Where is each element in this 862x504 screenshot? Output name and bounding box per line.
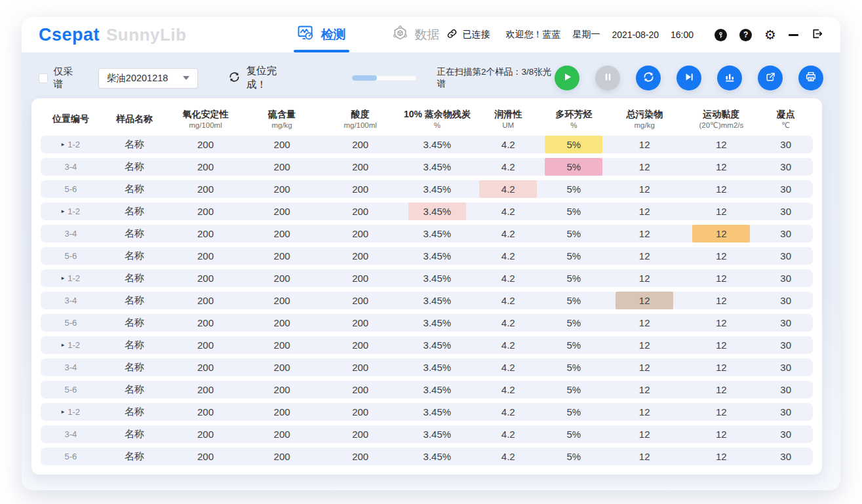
cell-lubricity: 4.2 (475, 359, 541, 376)
cell-viscosity: 12 (683, 359, 760, 376)
tab-detect-label: 检测 (321, 26, 345, 43)
table-row[interactable]: 3-4名称2002002003.45%4.25%121230 (41, 225, 813, 242)
cell-oxidation: 200 (168, 336, 243, 354)
table-row[interactable]: 5-6名称2002002003.45%4.25%121230 (41, 180, 813, 198)
cell-acidity: 200 (321, 269, 400, 287)
export-icon (765, 71, 776, 85)
cell-freezing: 30 (760, 403, 812, 421)
cell-name: 名称 (101, 314, 168, 332)
expand-arrow-icon[interactable]: ▸ (62, 409, 65, 415)
sync-button[interactable] (636, 66, 661, 90)
logout-icon[interactable] (811, 28, 823, 42)
main-nav: 检测 数据 (298, 17, 439, 52)
skip-next-button[interactable] (676, 66, 701, 90)
header-icon-group: ? ⚙ (715, 28, 823, 42)
table-row[interactable]: 5-6名称2002002003.45%4.25%121230 (41, 448, 813, 465)
cell-acidity: 200 (321, 247, 400, 265)
cell-pah: 5% (541, 448, 606, 465)
cell-oxidation: 200 (168, 359, 243, 376)
cell-pah: 5% (541, 247, 606, 265)
table-row[interactable]: 3-4名称2002002003.45%4.25%121230 (41, 158, 813, 176)
play-button[interactable] (555, 66, 579, 90)
expand-arrow-icon[interactable]: ▸ (62, 142, 65, 147)
refresh-icon[interactable] (228, 71, 241, 86)
cell-residue: 3.45% (400, 225, 475, 242)
cell-position: ▸1-2 (41, 269, 101, 287)
tab-data[interactable]: 数据 (393, 17, 439, 52)
gear-icon[interactable]: ⚙ (764, 28, 776, 41)
cell-pah: 5% (541, 403, 606, 421)
table-row[interactable]: ▸1-2名称2002002003.45%4.25%121230 (41, 136, 813, 153)
cell-lubricity: 4.2 (475, 158, 541, 176)
export-button[interactable] (758, 66, 783, 90)
sample-select[interactable]: 柴油20201218 (98, 68, 198, 88)
table-row[interactable]: ▸1-2名称2002002003.45%4.25%121230 (41, 403, 813, 421)
cell-lubricity: 4.2 (475, 225, 541, 242)
column-header-name: 样品名称 (101, 113, 168, 125)
cell-pah: 5% (541, 136, 606, 153)
cell-acidity: 200 (321, 381, 400, 398)
table-row[interactable]: 3-4名称2002002003.45%4.25%121230 (41, 292, 813, 309)
cell-pah: 5% (541, 336, 606, 354)
action-buttons (555, 66, 823, 90)
cell-contaminants: 12 (606, 292, 683, 309)
cell-acidity: 200 (321, 158, 400, 176)
expand-arrow-icon[interactable]: ▸ (62, 208, 65, 214)
results-table-card: 位置编号样品名称氧化安定性mg/100ml硫含量mg/kg酸度mg/100ml1… (31, 98, 822, 475)
cell-lubricity: 4.2 (475, 292, 541, 309)
cell-position: ▸1-2 (41, 336, 101, 354)
cell-residue: 3.45% (400, 425, 475, 443)
key-circle-icon[interactable] (715, 29, 727, 41)
cell-acidity: 200 (321, 403, 400, 421)
cell-acidity: 200 (321, 425, 400, 443)
cell-position: 5-6 (41, 381, 101, 398)
cell-oxidation: 200 (168, 269, 243, 287)
cell-sulfur: 200 (243, 403, 321, 421)
cell-contaminants: 12 (606, 225, 683, 242)
cell-oxidation: 200 (168, 448, 243, 465)
cell-position: ▸1-2 (41, 403, 101, 421)
cell-name: 名称 (101, 381, 168, 398)
chart-button[interactable] (717, 66, 742, 90)
pause-button[interactable] (595, 66, 620, 90)
cell-contaminants: 12 (606, 180, 683, 198)
expand-arrow-icon[interactable]: ▸ (62, 342, 65, 348)
column-header-viscosity: 运动黏度(20℃)mm2/s (683, 109, 760, 130)
column-header-contaminants: 总污染物mg/kg (606, 109, 683, 130)
table-row[interactable]: ▸1-2名称2002002003.45%4.25%121230 (41, 203, 813, 220)
cell-acidity: 200 (321, 336, 400, 354)
only-spectrum-label: 仅采谱 (53, 66, 81, 90)
cell-lubricity: 4.2 (475, 203, 541, 220)
table-row[interactable]: 3-4名称2002002003.45%4.25%121230 (41, 359, 813, 376)
cell-acidity: 200 (321, 225, 400, 242)
cell-oxidation: 200 (168, 314, 243, 332)
table-header: 位置编号样品名称氧化安定性mg/100ml硫含量mg/kg酸度mg/100ml1… (41, 105, 813, 134)
table-row[interactable]: 5-6名称2002002003.45%4.25%121230 (41, 247, 813, 265)
question-circle-icon[interactable]: ? (739, 29, 752, 41)
table-row[interactable]: ▸1-2名称2002002003.45%4.25%121230 (41, 336, 813, 354)
cell-lubricity: 4.2 (475, 425, 541, 443)
cell-pah: 5% (541, 359, 606, 376)
expand-arrow-icon[interactable]: ▸ (62, 275, 65, 281)
cell-sulfur: 200 (243, 247, 321, 265)
table-row[interactable]: 3-4名称2002002003.45%4.25%121230 (41, 425, 813, 443)
only-spectrum-checkbox[interactable] (39, 73, 48, 83)
minimize-icon[interactable] (789, 34, 798, 36)
column-header-position: 位置编号 (41, 113, 101, 125)
cell-position: 3-4 (41, 292, 101, 309)
print-button[interactable] (798, 66, 823, 90)
cell-name: 名称 (101, 203, 168, 220)
cell-sulfur: 200 (243, 136, 321, 153)
cell-lubricity: 4.2 (475, 314, 541, 332)
table-row[interactable]: 5-6名称2002002003.45%4.25%121230 (41, 314, 813, 332)
table-row[interactable]: 5-6名称2002002003.45%4.25%121230 (41, 381, 813, 398)
table-row[interactable]: ▸1-2名称2002002003.45%4.25%121230 (41, 269, 813, 287)
cell-residue: 3.45% (400, 359, 475, 376)
tab-detect[interactable]: 检测 (298, 17, 345, 52)
cell-residue: 3.45% (400, 247, 475, 265)
cell-position: 5-6 (41, 314, 101, 332)
cell-acidity: 200 (321, 292, 400, 309)
cell-position: 3-4 (41, 359, 101, 376)
cell-sulfur: 200 (243, 448, 321, 465)
cell-oxidation: 200 (168, 292, 243, 309)
